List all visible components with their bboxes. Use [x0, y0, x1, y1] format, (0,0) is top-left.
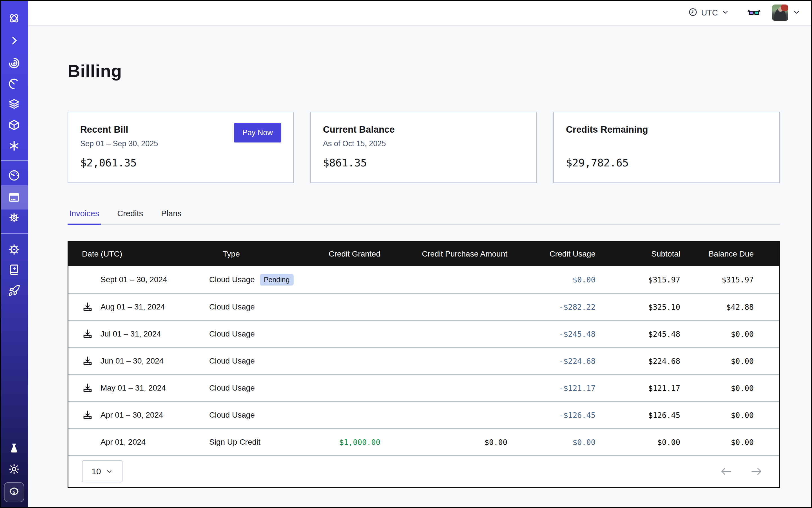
- table-header-row: Date (UTC)TypeCredit GrantedCredit Purch…: [69, 242, 779, 266]
- sun-icon[interactable]: [0, 457, 28, 481]
- recent-bill-card: Recent Bill Sep 01 – Sep 30, 2025 $2,061…: [68, 112, 294, 183]
- credit-usage-value: -$224.68: [523, 357, 611, 366]
- subtotal-value: $224.68: [611, 357, 696, 366]
- invoice-type: Cloud Usage: [209, 275, 255, 284]
- table-row: Sept 01 – 30, 2024 Cloud Usage Pending $…: [69, 266, 779, 293]
- credits-remaining-amount: $29,782.65: [566, 157, 767, 169]
- timezone-label: UTC: [701, 8, 718, 17]
- card-subtitle: [566, 139, 767, 149]
- subtotal-value: $0.00: [611, 438, 696, 447]
- table-row: Jun 01 – 30, 2024 Cloud Usage -$224.68 $…: [69, 347, 779, 374]
- invoice-type: Cloud Usage: [209, 356, 255, 366]
- invoice-type: Cloud Usage: [209, 384, 255, 392]
- page-size-select[interactable]: 10: [82, 460, 123, 482]
- table-footer: 10: [69, 455, 779, 487]
- invoice-type: Cloud Usage: [209, 411, 255, 420]
- status-badge: Pending: [260, 274, 294, 286]
- credit-usage-value: -$245.48: [523, 330, 611, 338]
- balance-due-value: $0.00: [696, 357, 779, 366]
- summary-cards: Recent Bill Sep 01 – Sep 30, 2025 $2,061…: [68, 112, 780, 183]
- download-invoice-icon[interactable]: [82, 355, 93, 367]
- invoice-table-body: Sept 01 – 30, 2024 Cloud Usage Pending $…: [69, 266, 779, 455]
- chevron-down-icon: [105, 468, 113, 475]
- invoices-table: Date (UTC)TypeCredit GrantedCredit Purch…: [68, 241, 780, 488]
- invoice-date: Jun 01 – 30, 2024: [100, 356, 164, 366]
- credit-usage-value: -$126.45: [523, 411, 611, 420]
- asterisk-icon[interactable]: [0, 134, 28, 158]
- column-header: Date (UTC): [69, 250, 209, 258]
- invoice-date: May 01 – 31, 2024: [100, 384, 166, 392]
- prev-page-button[interactable]: [720, 466, 732, 476]
- invoice-date: Apr 01 – 30, 2024: [100, 411, 163, 420]
- card-title: Current Balance: [323, 124, 524, 135]
- user-menu[interactable]: [772, 4, 801, 21]
- chevron-down-icon: [792, 8, 801, 17]
- card-subtitle: As of Oct 15, 2025: [323, 139, 524, 149]
- tab-invoices[interactable]: Invoices: [68, 205, 101, 224]
- 3d-glasses-icon[interactable]: [747, 7, 761, 18]
- svg-text:$: $: [13, 490, 16, 495]
- download-invoice-icon[interactable]: [82, 382, 93, 394]
- balance-due-value: $0.00: [696, 438, 779, 447]
- tab-plans[interactable]: Plans: [159, 205, 183, 224]
- balance-due-value: $42.88: [696, 303, 779, 311]
- subtotal-value: $245.48: [611, 330, 696, 338]
- invoice-type: Cloud Usage: [209, 330, 255, 338]
- download-invoice-icon[interactable]: [82, 301, 93, 312]
- download-invoice-icon[interactable]: [82, 328, 93, 340]
- recent-bill-amount: $2,061.35: [80, 157, 281, 169]
- credit-usage-value: $0.00: [523, 438, 611, 447]
- current-balance-card: Current Balance As of Oct 15, 2025 $861.…: [310, 112, 537, 183]
- column-header: Credit Granted: [328, 250, 396, 258]
- dollar-badge-icon[interactable]: $: [4, 482, 24, 502]
- credit-usage-value: -$282.22: [523, 303, 611, 311]
- tab-credits[interactable]: Credits: [116, 205, 145, 224]
- balance-due-value: $0.00: [696, 384, 779, 392]
- credit-usage-value: -$121.17: [523, 384, 611, 392]
- invoice-date: Aug 01 – 31, 2024: [100, 302, 165, 311]
- table-row: Jul 01 – 31, 2024 Cloud Usage -$245.48 $…: [69, 320, 779, 347]
- page-size-value: 10: [91, 467, 101, 476]
- subtotal-value: $121.17: [611, 384, 696, 392]
- invoice-type: Cloud Usage: [209, 302, 255, 311]
- next-page-button[interactable]: [750, 466, 763, 476]
- avatar[interactable]: [772, 4, 788, 21]
- settings-gear-icon[interactable]: [0, 206, 28, 230]
- table-row: Aug 01 – 31, 2024 Cloud Usage -$282.22 $…: [69, 293, 779, 320]
- subtotal-value: $315.97: [611, 276, 696, 284]
- current-balance-amount: $861.35: [323, 157, 524, 169]
- download-invoice-icon[interactable]: [82, 410, 93, 421]
- subtotal-value: $126.45: [611, 411, 696, 420]
- table-row: Apr 01, 2024 Sign Up Credit $1,000.00 $0…: [69, 428, 779, 455]
- credits-remaining-card: Credits Remaining $29,782.65: [553, 112, 780, 183]
- column-header: Type: [209, 250, 328, 258]
- invoice-type: Sign Up Credit: [209, 437, 260, 447]
- sidebar: $: [0, 0, 28, 508]
- timezone-picker[interactable]: UTC: [688, 7, 729, 18]
- invoice-date: Sept 01 – 30, 2024: [100, 275, 167, 284]
- topbar: UTC: [28, 0, 812, 26]
- billing-tabs: InvoicesCreditsPlans: [68, 205, 780, 225]
- chevron-right-icon[interactable]: [0, 29, 28, 53]
- table-row: Apr 01 – 30, 2024 Cloud Usage -$126.45 $…: [69, 401, 779, 428]
- rocket-icon[interactable]: [0, 279, 28, 303]
- credit-usage-value: $0.00: [523, 276, 611, 284]
- sidebar-divider: [0, 233, 28, 234]
- gauge-icon[interactable]: [0, 163, 28, 187]
- column-header: Balance Due: [696, 250, 779, 258]
- invoice-date: Jul 01 – 31, 2024: [100, 330, 161, 338]
- page-title: Billing: [68, 27, 780, 81]
- column-header: Credit Usage: [523, 250, 611, 258]
- orbit-logo-icon[interactable]: [0, 6, 28, 31]
- pay-now-button[interactable]: Pay Now: [234, 123, 281, 142]
- card-title: Credits Remaining: [566, 124, 767, 135]
- invoice-date: Apr 01, 2024: [100, 437, 145, 447]
- table-row: May 01 – 31, 2024 Cloud Usage -$121.17 $…: [69, 374, 779, 401]
- balance-due-value: $315.97: [696, 276, 779, 284]
- column-header: Subtotal: [611, 250, 696, 258]
- credit-purchase-value: $0.00: [396, 438, 523, 447]
- credit-granted-value: $1,000.00: [328, 438, 396, 447]
- sidebar-divider: [0, 160, 28, 161]
- subtotal-value: $325.10: [611, 303, 696, 311]
- balance-due-value: $0.00: [696, 411, 779, 420]
